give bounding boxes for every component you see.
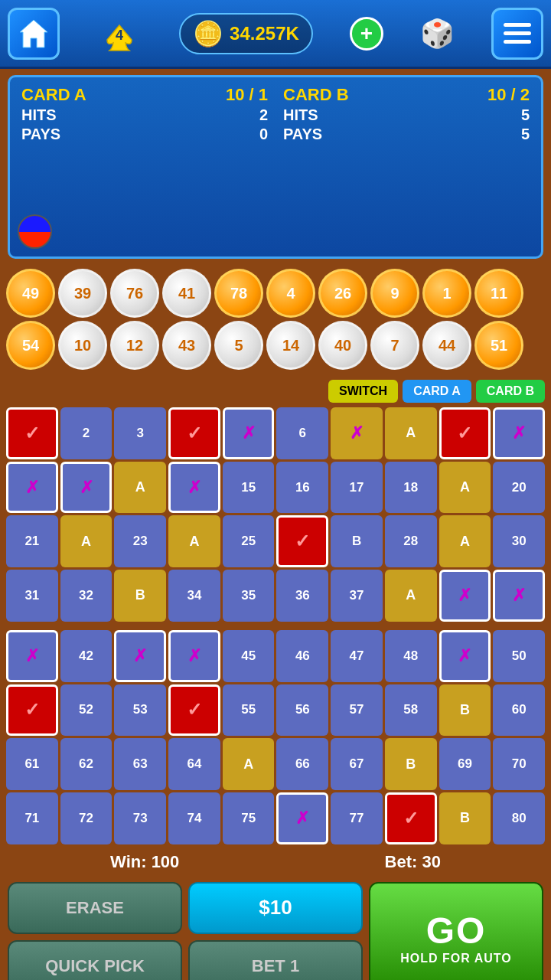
bingo-cell[interactable]: 77 bbox=[331, 792, 383, 844]
bingo-cell[interactable]: 69 bbox=[439, 738, 491, 790]
bingo-cell[interactable]: 23 bbox=[114, 515, 166, 567]
bingo-cell[interactable]: 34 bbox=[168, 570, 220, 622]
number-ball: 39 bbox=[58, 269, 107, 318]
card-b-button[interactable]: CARD B bbox=[476, 380, 545, 403]
erase-button[interactable]: ERASE bbox=[8, 882, 182, 935]
bingo-cell[interactable]: 66 bbox=[276, 738, 328, 790]
bingo-cell[interactable]: 58 bbox=[385, 684, 437, 737]
quick-pick-button[interactable]: QUICK PICK bbox=[8, 940, 182, 980]
bet1-button[interactable]: BET 1 bbox=[188, 940, 363, 980]
bingo-cell[interactable]: 42 bbox=[60, 630, 112, 682]
bingo-cell[interactable]: 6 bbox=[276, 407, 328, 459]
bingo-cell[interactable]: 36 bbox=[276, 570, 328, 622]
bingo-cell[interactable]: ✓ bbox=[168, 684, 220, 737]
bingo-cell[interactable]: 25 bbox=[223, 515, 275, 567]
bingo-cell[interactable]: 45 bbox=[223, 630, 275, 682]
bingo-cell[interactable]: ✗ bbox=[6, 462, 58, 514]
top-bar: 4 🪙 34.257K + 🎲 bbox=[0, 0, 551, 69]
bingo-cell[interactable]: ✗ bbox=[168, 630, 220, 682]
bingo-cell[interactable]: 61 bbox=[6, 738, 58, 790]
bingo-cell[interactable]: 20 bbox=[493, 462, 545, 514]
bingo-cell[interactable]: ✗ bbox=[439, 570, 491, 622]
menu-button[interactable] bbox=[491, 8, 543, 60]
bingo-cell[interactable]: ✗ bbox=[223, 407, 275, 459]
bingo-cell[interactable]: 46 bbox=[276, 630, 328, 682]
bingo-cell[interactable]: ✗ bbox=[331, 407, 383, 459]
bingo-cell[interactable]: 3 bbox=[114, 407, 166, 459]
number-ball: 40 bbox=[318, 321, 367, 370]
bingo-cell[interactable]: 67 bbox=[331, 738, 383, 790]
bingo-cell[interactable]: 75 bbox=[223, 792, 275, 844]
bingo-cell[interactable]: 37 bbox=[331, 570, 383, 622]
bingo-cell[interactable]: 63 bbox=[114, 738, 166, 790]
bingo-cell[interactable]: 17 bbox=[331, 462, 383, 514]
bingo-cell[interactable]: ✗ bbox=[168, 462, 220, 514]
bingo-cell[interactable]: ✓ bbox=[439, 407, 491, 459]
bingo-cell[interactable]: B bbox=[439, 792, 491, 844]
card-a-label: CARD A bbox=[21, 85, 86, 105]
bingo-cell[interactable]: 48 bbox=[385, 630, 437, 682]
bingo-cell[interactable]: 73 bbox=[114, 792, 166, 844]
bingo-cell[interactable]: B bbox=[385, 738, 437, 790]
bingo-cell[interactable]: A bbox=[439, 515, 491, 567]
bingo-cell[interactable]: ✗ bbox=[276, 792, 328, 844]
bingo-cell[interactable]: 56 bbox=[276, 684, 328, 737]
bingo-cell[interactable]: 15 bbox=[223, 462, 275, 514]
hold-for-auto-label: HOLD FOR AUTO bbox=[400, 952, 511, 965]
bingo-cell[interactable]: A bbox=[385, 407, 437, 459]
bingo-cell[interactable]: A bbox=[114, 462, 166, 514]
bingo-cell[interactable]: 31 bbox=[6, 570, 58, 622]
bingo-cell[interactable]: 18 bbox=[385, 462, 437, 514]
bingo-cell[interactable]: ✗ bbox=[493, 407, 545, 459]
drawn-numbers-row2: 541012435144074451 bbox=[6, 321, 545, 370]
dice-icon[interactable]: 🎲 bbox=[420, 18, 455, 50]
bingo-cell[interactable]: 72 bbox=[60, 792, 112, 844]
bingo-cell[interactable]: ✓ bbox=[385, 792, 437, 844]
bingo-cell[interactable]: 35 bbox=[223, 570, 275, 622]
bingo-cell[interactable]: 71 bbox=[6, 792, 58, 844]
bingo-cell[interactable]: A bbox=[60, 515, 112, 567]
home-button[interactable] bbox=[8, 8, 60, 60]
bingo-cell[interactable]: ✓ bbox=[6, 684, 58, 737]
bingo-cell[interactable]: 60 bbox=[493, 684, 545, 737]
bingo-cell[interactable]: ✗ bbox=[60, 462, 112, 514]
bingo-cell[interactable]: ✗ bbox=[6, 630, 58, 682]
bingo-cell[interactable]: ✓ bbox=[276, 515, 328, 567]
bingo-cell[interactable]: 80 bbox=[493, 792, 545, 844]
card-a-button[interactable]: CARD A bbox=[403, 380, 471, 403]
bingo-cell[interactable]: B bbox=[114, 570, 166, 622]
go-button[interactable]: GO HOLD FOR AUTO bbox=[369, 882, 543, 980]
bingo-cell[interactable]: 74 bbox=[168, 792, 220, 844]
bingo-cell[interactable]: 32 bbox=[60, 570, 112, 622]
bingo-cell[interactable]: 53 bbox=[114, 684, 166, 737]
bingo-cell[interactable]: 70 bbox=[493, 738, 545, 790]
bingo-cell[interactable]: ✓ bbox=[6, 407, 58, 459]
bingo-cell[interactable]: 16 bbox=[276, 462, 328, 514]
number-ball: 10 bbox=[58, 321, 107, 370]
bingo-cell[interactable]: A bbox=[223, 738, 275, 790]
bingo-cell[interactable]: ✗ bbox=[114, 630, 166, 682]
bingo-cell[interactable]: 30 bbox=[493, 515, 545, 567]
bet-amount-button[interactable]: $10 bbox=[188, 882, 363, 935]
bingo-cell[interactable]: ✗ bbox=[493, 570, 545, 622]
bingo-cell[interactable]: A bbox=[168, 515, 220, 567]
switch-button[interactable]: SWITCH bbox=[328, 380, 398, 403]
bingo-cell[interactable]: 57 bbox=[331, 684, 383, 737]
bingo-cell[interactable]: B bbox=[439, 684, 491, 737]
number-ball: 49 bbox=[6, 269, 55, 318]
bingo-cell[interactable]: 55 bbox=[223, 684, 275, 737]
bingo-cell[interactable]: ✗ bbox=[439, 630, 491, 682]
bingo-cell[interactable]: 52 bbox=[60, 684, 112, 737]
bingo-cell[interactable]: B bbox=[331, 515, 383, 567]
bingo-cell[interactable]: 64 bbox=[168, 738, 220, 790]
bingo-cell[interactable]: 50 bbox=[493, 630, 545, 682]
bingo-cell[interactable]: 62 bbox=[60, 738, 112, 790]
bingo-cell[interactable]: ✓ bbox=[168, 407, 220, 459]
bingo-cell[interactable]: 21 bbox=[6, 515, 58, 567]
bingo-cell[interactable]: 2 bbox=[60, 407, 112, 459]
bingo-cell[interactable]: A bbox=[439, 462, 491, 514]
add-coins-button[interactable]: + bbox=[350, 17, 383, 51]
bingo-cell[interactable]: A bbox=[385, 570, 437, 622]
bingo-cell[interactable]: 28 bbox=[385, 515, 437, 567]
bingo-cell[interactable]: 47 bbox=[331, 630, 383, 682]
